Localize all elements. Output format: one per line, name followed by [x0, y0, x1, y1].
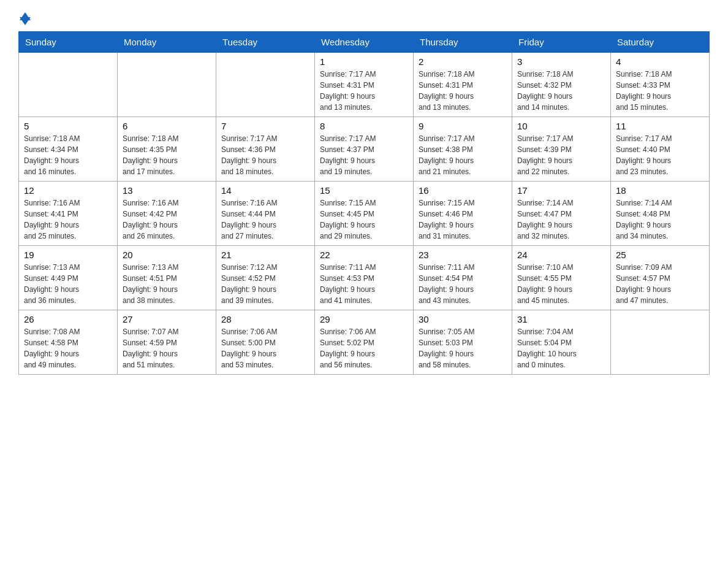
day-info: Sunrise: 7:16 AM Sunset: 4:42 PM Dayligh… — [123, 197, 211, 242]
calendar-day-cell: 7Sunrise: 7:17 AM Sunset: 4:36 PM Daylig… — [216, 117, 315, 182]
calendar-week-row: 12Sunrise: 7:16 AM Sunset: 4:41 PM Dayli… — [19, 182, 710, 246]
day-number: 8 — [320, 121, 408, 131]
calendar-day-cell: 22Sunrise: 7:11 AM Sunset: 4:53 PM Dayli… — [315, 246, 414, 310]
calendar-day-cell: 8Sunrise: 7:17 AM Sunset: 4:37 PM Daylig… — [315, 117, 414, 182]
calendar-day-cell: 25Sunrise: 7:09 AM Sunset: 4:57 PM Dayli… — [611, 246, 710, 310]
day-number: 27 — [123, 314, 211, 324]
day-number: 7 — [221, 121, 309, 131]
day-number: 11 — [616, 121, 704, 131]
day-info: Sunrise: 7:18 AM Sunset: 4:32 PM Dayligh… — [517, 69, 605, 113]
calendar-day-cell — [118, 53, 216, 117]
day-number: 9 — [419, 121, 507, 131]
day-number: 14 — [221, 185, 309, 196]
day-number: 19 — [24, 250, 112, 260]
day-of-week-header: Friday — [512, 32, 611, 53]
day-number: 18 — [616, 185, 704, 196]
day-of-week-header: Thursday — [414, 32, 512, 53]
day-info: Sunrise: 7:17 AM Sunset: 4:40 PM Dayligh… — [616, 133, 704, 177]
day-number: 16 — [419, 185, 507, 196]
day-info: Sunrise: 7:15 AM Sunset: 4:45 PM Dayligh… — [320, 197, 408, 242]
calendar-day-cell: 24Sunrise: 7:10 AM Sunset: 4:55 PM Dayli… — [512, 246, 611, 310]
day-number: 23 — [419, 250, 507, 260]
calendar-day-cell: 15Sunrise: 7:15 AM Sunset: 4:45 PM Dayli… — [315, 182, 414, 246]
day-number: 13 — [123, 185, 211, 196]
day-info: Sunrise: 7:13 AM Sunset: 4:49 PM Dayligh… — [24, 262, 112, 306]
day-info: Sunrise: 7:11 AM Sunset: 4:53 PM Dayligh… — [320, 262, 408, 306]
day-number: 22 — [320, 250, 408, 260]
day-number: 2 — [419, 56, 507, 67]
calendar-day-cell: 1Sunrise: 7:17 AM Sunset: 4:31 PM Daylig… — [315, 53, 414, 117]
calendar-day-cell: 26Sunrise: 7:08 AM Sunset: 4:58 PM Dayli… — [19, 310, 118, 375]
header — [18, 12, 710, 25]
calendar-day-cell: 11Sunrise: 7:17 AM Sunset: 4:40 PM Dayli… — [611, 117, 710, 182]
calendar-week-row: 5Sunrise: 7:18 AM Sunset: 4:34 PM Daylig… — [19, 117, 710, 182]
calendar-day-cell: 27Sunrise: 7:07 AM Sunset: 4:59 PM Dayli… — [118, 310, 216, 375]
calendar-day-cell — [216, 53, 315, 117]
day-info: Sunrise: 7:18 AM Sunset: 4:31 PM Dayligh… — [419, 69, 507, 113]
calendar-day-cell: 23Sunrise: 7:11 AM Sunset: 4:54 PM Dayli… — [414, 246, 512, 310]
day-number: 21 — [221, 250, 309, 260]
day-info: Sunrise: 7:06 AM Sunset: 5:00 PM Dayligh… — [221, 326, 309, 370]
calendar-day-cell: 4Sunrise: 7:18 AM Sunset: 4:33 PM Daylig… — [611, 53, 710, 117]
day-info: Sunrise: 7:11 AM Sunset: 4:54 PM Dayligh… — [419, 262, 507, 306]
day-number: 26 — [24, 314, 112, 324]
day-of-week-header: Saturday — [611, 32, 710, 53]
day-info: Sunrise: 7:18 AM Sunset: 4:35 PM Dayligh… — [123, 133, 211, 177]
day-info: Sunrise: 7:10 AM Sunset: 4:55 PM Dayligh… — [517, 262, 605, 306]
day-info: Sunrise: 7:13 AM Sunset: 4:51 PM Dayligh… — [123, 262, 211, 306]
day-info: Sunrise: 7:12 AM Sunset: 4:52 PM Dayligh… — [221, 262, 309, 306]
calendar-day-cell: 10Sunrise: 7:17 AM Sunset: 4:39 PM Dayli… — [512, 117, 611, 182]
day-number: 29 — [320, 314, 408, 324]
calendar-day-cell: 14Sunrise: 7:16 AM Sunset: 4:44 PM Dayli… — [216, 182, 315, 246]
calendar-day-cell: 29Sunrise: 7:06 AM Sunset: 5:02 PM Dayli… — [315, 310, 414, 375]
calendar-day-cell — [19, 53, 118, 117]
calendar-day-cell: 13Sunrise: 7:16 AM Sunset: 4:42 PM Dayli… — [118, 182, 216, 246]
day-number: 12 — [24, 185, 112, 196]
day-number: 1 — [320, 56, 408, 67]
calendar-day-cell: 2Sunrise: 7:18 AM Sunset: 4:31 PM Daylig… — [414, 53, 512, 117]
day-number: 4 — [616, 56, 704, 67]
day-info: Sunrise: 7:06 AM Sunset: 5:02 PM Dayligh… — [320, 326, 408, 370]
calendar-day-cell: 5Sunrise: 7:18 AM Sunset: 4:34 PM Daylig… — [19, 117, 118, 182]
calendar-week-row: 1Sunrise: 7:17 AM Sunset: 4:31 PM Daylig… — [19, 53, 710, 117]
day-number: 17 — [517, 185, 605, 196]
day-of-week-header: Wednesday — [315, 32, 414, 53]
day-info: Sunrise: 7:17 AM Sunset: 4:31 PM Dayligh… — [320, 69, 408, 113]
day-number: 20 — [123, 250, 211, 260]
day-number: 30 — [419, 314, 507, 324]
day-of-week-header: Sunday — [19, 32, 118, 53]
calendar-day-cell: 28Sunrise: 7:06 AM Sunset: 5:00 PM Dayli… — [216, 310, 315, 375]
day-info: Sunrise: 7:05 AM Sunset: 5:03 PM Dayligh… — [419, 326, 507, 370]
day-number: 24 — [517, 250, 605, 260]
calendar-day-cell: 16Sunrise: 7:15 AM Sunset: 4:46 PM Dayli… — [414, 182, 512, 246]
day-info: Sunrise: 7:17 AM Sunset: 4:36 PM Dayligh… — [221, 133, 309, 177]
day-info: Sunrise: 7:09 AM Sunset: 4:57 PM Dayligh… — [616, 262, 704, 306]
day-number: 10 — [517, 121, 605, 131]
calendar-header-row: SundayMondayTuesdayWednesdayThursdayFrid… — [19, 32, 710, 53]
day-number: 5 — [24, 121, 112, 131]
day-info: Sunrise: 7:08 AM Sunset: 4:58 PM Dayligh… — [24, 326, 112, 370]
day-info: Sunrise: 7:16 AM Sunset: 4:41 PM Dayligh… — [24, 197, 112, 242]
calendar-day-cell: 31Sunrise: 7:04 AM Sunset: 5:04 PM Dayli… — [512, 310, 611, 375]
day-number: 3 — [517, 56, 605, 67]
day-of-week-header: Monday — [118, 32, 216, 53]
calendar-day-cell: 21Sunrise: 7:12 AM Sunset: 4:52 PM Dayli… — [216, 246, 315, 310]
day-info: Sunrise: 7:17 AM Sunset: 4:37 PM Dayligh… — [320, 133, 408, 177]
day-number: 28 — [221, 314, 309, 324]
calendar-day-cell: 19Sunrise: 7:13 AM Sunset: 4:49 PM Dayli… — [19, 246, 118, 310]
day-number: 15 — [320, 185, 408, 196]
calendar-day-cell: 30Sunrise: 7:05 AM Sunset: 5:03 PM Dayli… — [414, 310, 512, 375]
day-of-week-header: Tuesday — [216, 32, 315, 53]
day-info: Sunrise: 7:14 AM Sunset: 4:47 PM Dayligh… — [517, 197, 605, 242]
calendar-day-cell: 20Sunrise: 7:13 AM Sunset: 4:51 PM Dayli… — [118, 246, 216, 310]
calendar-day-cell: 18Sunrise: 7:14 AM Sunset: 4:48 PM Dayli… — [611, 182, 710, 246]
day-info: Sunrise: 7:17 AM Sunset: 4:38 PM Dayligh… — [419, 133, 507, 177]
day-info: Sunrise: 7:14 AM Sunset: 4:48 PM Dayligh… — [616, 197, 704, 242]
calendar-day-cell — [611, 310, 710, 375]
day-number: 25 — [616, 250, 704, 260]
day-info: Sunrise: 7:16 AM Sunset: 4:44 PM Dayligh… — [221, 197, 309, 242]
day-info: Sunrise: 7:15 AM Sunset: 4:46 PM Dayligh… — [419, 197, 507, 242]
day-number: 31 — [517, 314, 605, 324]
day-info: Sunrise: 7:07 AM Sunset: 4:59 PM Dayligh… — [123, 326, 211, 370]
calendar-day-cell: 6Sunrise: 7:18 AM Sunset: 4:35 PM Daylig… — [118, 117, 216, 182]
